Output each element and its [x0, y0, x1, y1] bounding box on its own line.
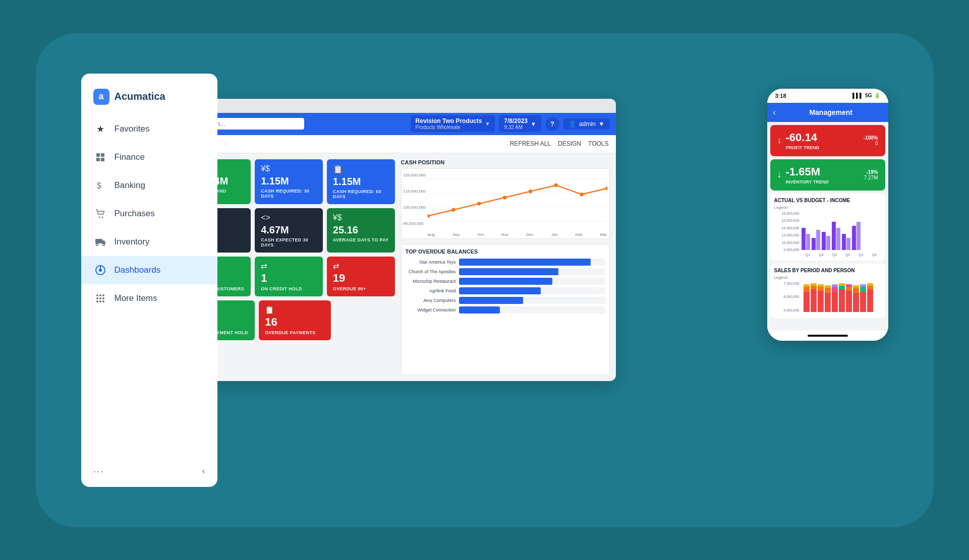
- user-menu[interactable]: 👤 admin ▼: [563, 118, 610, 130]
- overdue-row-3: Microchip Restaurant: [406, 278, 605, 285]
- kpi-label: CASH REQUIRED: 30 DAYS: [261, 189, 317, 199]
- back-icon[interactable]: ‹: [773, 108, 776, 117]
- tools-button[interactable]: TOOLS: [588, 140, 608, 147]
- y-label: 10,000,000: [774, 241, 800, 244]
- yen-dollar-icon-2: ¥$: [261, 164, 317, 173]
- dollar-icon: $: [93, 178, 107, 193]
- user-name: admin: [579, 120, 596, 128]
- favorite-star-icon[interactable]: ☆: [222, 140, 229, 148]
- sidebar-item-label: More Items: [115, 293, 157, 303]
- sidebar-item-label: Dashboards: [115, 265, 161, 275]
- svg-point-29: [605, 186, 607, 190]
- y-label-1: 120,000,000: [404, 173, 426, 177]
- cash-position-chart: 120,000,000 110,000,000 100,000,000 90,0…: [401, 168, 610, 239]
- income-chart-title: ACTUAL VS BUDGET - INCOME: [774, 198, 881, 203]
- doc-icon: 📋: [333, 164, 389, 174]
- phone-bar-chart: [802, 212, 881, 252]
- x-label: Aug: [428, 232, 435, 237]
- svg-point-15: [102, 294, 104, 296]
- phone-tile-profit[interactable]: ↓ -60.14 PROFIT TREND -100% 0: [770, 125, 885, 156]
- code-icon-2: <>: [261, 213, 317, 222]
- star-icon: ★: [93, 122, 107, 136]
- kpi-overdue-payments[interactable]: 📋 16 OVERDUE PAYMENTS: [259, 300, 331, 340]
- sidebar-item-banking[interactable]: $ Banking: [81, 171, 217, 200]
- kpi-value: 1.15M: [261, 175, 317, 186]
- sidebar-more-dots[interactable]: ···: [93, 465, 105, 477]
- x-label: Q1: [806, 253, 810, 257]
- sales-chart-title: SALES BY PERIOD AND PERSON: [774, 268, 881, 273]
- help-button[interactable]: ?: [545, 117, 559, 131]
- tenant-chevron-icon: ▼: [485, 121, 490, 127]
- design-button[interactable]: DESIGN: [558, 140, 581, 147]
- chart-svg-area: [428, 173, 607, 228]
- svg-point-5: [98, 216, 100, 218]
- overdue-bar-wrap: [459, 268, 605, 275]
- inventory-value: -1.65M: [786, 165, 829, 178]
- svg-point-16: [96, 297, 98, 299]
- kpi-value: 1: [261, 272, 317, 285]
- sidebar-logo: a Acumatica: [81, 84, 217, 115]
- sidebar-collapse-arrow[interactable]: ‹: [202, 466, 205, 476]
- overdue-company-name: Agrilink Food: [406, 288, 456, 293]
- kpi-label: AVERAGE DAYS TO PAY: [333, 237, 389, 242]
- svg-rect-47: [839, 283, 845, 286]
- profit-sub-pct: 0: [864, 141, 878, 146]
- sidebar-item-finance[interactable]: Finance: [81, 143, 217, 171]
- y-axis-labels: 18,000,000 16,000,000 14,000,000 12,000,…: [774, 212, 800, 252]
- svg-text:$: $: [97, 181, 101, 190]
- phone-content: ↓ -60.14 PROFIT TREND -100% 0 ↓ -1.65M: [767, 122, 888, 331]
- kpi-avg-days[interactable]: ¥$ 25.16 AVERAGE DAYS TO PAY: [327, 208, 395, 253]
- phone-tile-inventory[interactable]: ↓ -1.65M INVENTORY TREND -19% 7.27M: [770, 159, 885, 191]
- svg-point-25: [502, 196, 506, 199]
- app-header: 🔍 Revision Two Products Products Wholesa…: [177, 113, 616, 135]
- kpi-cash-30[interactable]: ¥$ 1.15M CASH REQUIRED: 30 DAYS: [255, 159, 323, 204]
- phone-tile-info: -60.14 PROFIT TREND: [786, 131, 820, 150]
- svg-point-8: [96, 243, 98, 245]
- kpi-credit-hold[interactable]: ⇄ 1 ON CREDIT HOLD: [255, 257, 323, 296]
- phone-tile-left: ↓ -60.14 PROFIT TREND: [777, 131, 820, 150]
- svg-point-13: [96, 294, 98, 296]
- phone-time: 3:18: [775, 93, 786, 99]
- desktop-window: 🔍 Revision Two Products Products Wholesa…: [177, 99, 616, 381]
- kpi-cash-60[interactable]: 📋 1.15M CASH REQUIRED: 60 DAYS: [327, 159, 395, 204]
- phone-nav-title: Management: [780, 108, 882, 116]
- svg-rect-32: [804, 284, 810, 287]
- sidebar-item-more[interactable]: More Items: [81, 284, 217, 313]
- overdue-bar: [459, 287, 541, 294]
- refresh-all-button[interactable]: REFRESH ALL: [510, 140, 551, 147]
- sub-header: Controller ☆ REFRESH ALL DESIGN TOOLS: [177, 135, 616, 153]
- sidebar-item-favorites[interactable]: ★ Favorites: [81, 115, 217, 143]
- sidebar-item-dashboards[interactable]: Dashboards: [81, 256, 217, 284]
- bar-group: [802, 228, 810, 250]
- svg-point-28: [580, 193, 584, 196]
- sidebar-item-purchases[interactable]: Purchases: [81, 200, 217, 228]
- sidebar-item-inventory[interactable]: Inventory: [81, 228, 217, 256]
- phone-home-indicator: [767, 331, 888, 341]
- bar: [846, 238, 850, 250]
- kpi-label: OVERDUE 90+: [333, 286, 389, 291]
- date-selector[interactable]: 7/8/2023 9:32 AM ▼: [499, 115, 541, 132]
- transfer-icon: ⇄: [261, 262, 317, 271]
- user-chevron-icon: ▼: [599, 120, 605, 128]
- tenant-selector[interactable]: Revision Two Products Products Wholesale…: [411, 115, 495, 132]
- kpi-value: 19: [333, 272, 389, 285]
- overdue-section: TOP OVERDUE BALANCES Star America Toys C…: [401, 244, 610, 375]
- profit-label: PROFIT TREND: [786, 145, 820, 150]
- kpi-value: 16: [265, 316, 325, 329]
- charts-area: CASH POSITION 120,000,000 110,000,000 10…: [401, 159, 610, 375]
- x-label: Q4: [819, 253, 823, 257]
- cart-icon: [93, 207, 107, 221]
- kpi-cash-expected[interactable]: <> 4.67M CASH EXPECTED 30 DAYS: [255, 208, 323, 253]
- kpi-value: 4.67M: [261, 224, 317, 235]
- sidebar-item-label: Purchases: [115, 209, 155, 219]
- chart-y-labels: 120,000,000 110,000,000 100,000,000 90,0…: [404, 173, 426, 226]
- home-bar: [808, 335, 848, 337]
- kpi-placeholder: [335, 300, 395, 340]
- phone-tile-right: -100% 0: [864, 135, 878, 146]
- yen-dollar-icon-3: ¥$: [333, 213, 389, 222]
- kpi-overdue-90[interactable]: ⇄ 19 OVERDUE 90+: [327, 257, 395, 296]
- svg-rect-55: [860, 287, 866, 292]
- x-label: Jan: [551, 232, 558, 237]
- finance-icon: [93, 150, 107, 164]
- svg-point-26: [528, 190, 532, 193]
